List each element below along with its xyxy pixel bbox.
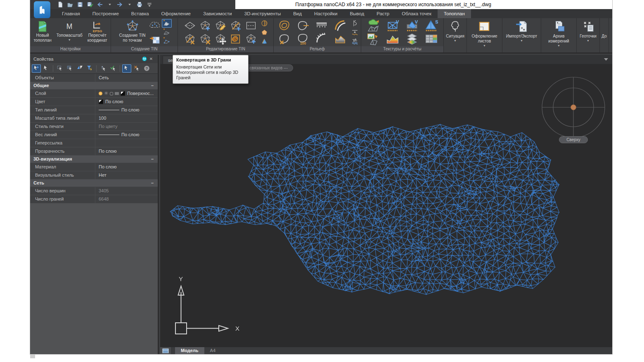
convert-mesh-button[interactable] [162, 28, 172, 36]
quick-access-customize-button[interactable] [145, 0, 154, 9]
panel-cut-off-button[interactable]: До [594, 19, 613, 39]
contours-button[interactable] [275, 19, 294, 32]
property-value[interactable]: Сеть [95, 74, 158, 82]
mesh-volume-button[interactable]: V [383, 19, 402, 32]
print-button[interactable] [135, 0, 144, 9]
tin-import-grid-button[interactable] [149, 32, 161, 45]
help-button[interactable]: ? [142, 64, 151, 73]
situation-button[interactable]: Ситуация▼ [445, 19, 466, 42]
layer-on-icon[interactable] [99, 92, 102, 95]
property-value[interactable]: По слою [95, 98, 158, 106]
cross-section-button[interactable] [350, 19, 360, 27]
ribbon-tab-главная[interactable]: Главная [56, 9, 86, 18]
terrain-profile-button[interactable] [331, 32, 349, 45]
collapse-icon[interactable]: – [151, 180, 154, 187]
surface-volume-button[interactable]: V [402, 19, 421, 32]
ribbon-tab-облака-точек[interactable]: Облака точек [395, 9, 438, 18]
property-value[interactable]: Нет [95, 171, 158, 179]
select-window-button[interactable] [55, 64, 64, 73]
volume-table-button[interactable] [422, 32, 441, 45]
flow-direction-button[interactable] [350, 37, 360, 45]
view-orientation-label[interactable]: Сверху [559, 136, 588, 143]
ribbon-tab-зависимости[interactable]: Зависимости [197, 9, 238, 18]
dropdown-arrow-icon[interactable]: ▼ [587, 39, 590, 42]
save-all-button[interactable] [85, 0, 94, 9]
sheet-tab-модель[interactable]: Модель [175, 347, 204, 355]
ribbon-tab-топоплан[interactable]: Топоплан [438, 9, 471, 18]
property-value[interactable] [95, 139, 158, 147]
tin-add-hole-button[interactable] [228, 32, 243, 45]
property-value[interactable]: 3405 [95, 187, 158, 195]
dropdown-arrow-icon[interactable]: ▼ [520, 39, 523, 42]
new-topoplan-button[interactable]: Новыйтопоплан [31, 19, 53, 43]
convert-to-3d-faces-button[interactable] [162, 19, 172, 28]
convert-points-button[interactable] [162, 36, 172, 45]
save-button[interactable] [76, 0, 84, 9]
deselect-button[interactable] [132, 64, 141, 73]
tin-edit-vertex-button[interactable] [213, 19, 228, 32]
tin-boundary-button[interactable] [244, 19, 258, 32]
tin-rebuild-region-button[interactable] [260, 19, 269, 27]
tin-cone-button[interactable] [260, 37, 269, 45]
sheet-list-icon[interactable] [160, 347, 171, 355]
tin-move-vertex-button[interactable] [213, 32, 228, 45]
color-swatch[interactable] [121, 91, 125, 96]
property-value[interactable]: По слою [95, 163, 158, 171]
slope-hatching-button[interactable] [313, 32, 331, 45]
ribbon-tab-3d-инструменты[interactable]: 3D-инструменты [238, 9, 287, 18]
select-similar-button[interactable] [99, 64, 108, 73]
bergstrich-marks-button[interactable] [313, 19, 331, 32]
select-crossing-button[interactable] [65, 64, 74, 73]
property-value[interactable]: ✳Поверхнос... [95, 90, 158, 97]
tin-swap-edge-button[interactable] [182, 19, 197, 32]
window-resize-grip[interactable] [30, 354, 35, 358]
ribbon-tab-построение[interactable]: Построение [86, 9, 125, 18]
sheet-tab-а4[interactable]: А4 [204, 347, 221, 355]
point-elevation-button[interactable] [350, 28, 360, 36]
texture-from-cloud-button[interactable] [364, 19, 383, 32]
collapse-icon[interactable]: – [151, 156, 154, 163]
nanocad-logo-button[interactable] [34, 1, 50, 18]
highlight-mode-button[interactable] [122, 64, 131, 73]
contour-label-button[interactable] [294, 19, 312, 32]
compass-center-dot[interactable] [571, 105, 576, 110]
pin-icon[interactable]: ⛎ [141, 55, 148, 63]
apply-selection-button[interactable] [109, 64, 118, 73]
sheet-layout-button[interactable]: Оформлениелистов▼ [469, 19, 499, 47]
property-group-header[interactable]: Сеть– [30, 180, 158, 187]
redo-button[interactable] [115, 0, 124, 9]
measurement-archive-button[interactable]: Архивизмерений▼ [546, 19, 571, 47]
property-value[interactable]: По слою [95, 106, 158, 114]
tin-add-breakline-button[interactable] [228, 19, 243, 32]
contour-delete-button[interactable] [275, 32, 294, 45]
select-append-button[interactable] [32, 64, 41, 73]
compare-surfaces-button[interactable] [402, 32, 421, 45]
property-value[interactable]: По слою [95, 147, 158, 155]
close-icon[interactable]: ✕ [148, 55, 154, 63]
dropdown-arrow-icon[interactable]: ▼ [454, 39, 457, 42]
ribbon-tab-оформление[interactable]: Оформление [155, 9, 197, 18]
tin-fill-face-button[interactable] [260, 28, 269, 36]
undo-dropdown-button[interactable] [105, 0, 114, 9]
selection-filter-button[interactable] [85, 64, 94, 73]
ribbon-tab-вставка[interactable]: Вставка [125, 9, 155, 18]
property-value[interactable]: По цвету [95, 123, 158, 130]
property-value[interactable]: По слою [95, 131, 158, 139]
contour-step-100-button[interactable]: 100 [294, 32, 312, 45]
tin-append-face-button[interactable] [244, 32, 258, 45]
ribbon-tab-вывод[interactable]: Вывод [343, 9, 370, 18]
tin-delete-vertex-button[interactable] [198, 32, 213, 45]
tin-add-vertex-button[interactable] [198, 19, 213, 32]
ribbon-tab-вид[interactable]: Вид [287, 9, 308, 18]
tab-list-dropdown-icon[interactable] [604, 58, 608, 61]
color-swatch[interactable] [99, 99, 103, 104]
property-group-header[interactable]: Общие– [30, 82, 158, 90]
smooth-contour-button[interactable] [331, 19, 349, 32]
create-tin-by-points-button[interactable]: Создание TINпо точкам [117, 19, 148, 43]
toposcale-button[interactable]: MТопомасштаб▼ [54, 19, 85, 41]
height-colormap-button[interactable] [383, 32, 402, 45]
pyramid-area-button[interactable]: S [422, 19, 441, 32]
ribbon-tab-растр[interactable]: Растр [370, 9, 395, 18]
texture-from-image-button[interactable] [364, 32, 383, 45]
ribbon-tab-настройки[interactable]: Настройки [308, 9, 343, 18]
